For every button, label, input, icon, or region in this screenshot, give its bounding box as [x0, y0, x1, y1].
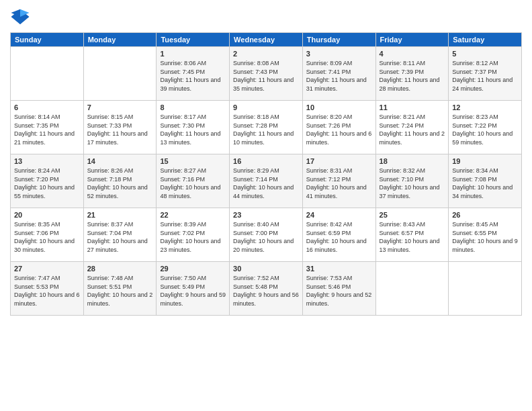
- day-number: 23: [233, 211, 299, 219]
- calendar-cell: 24Sunrise: 8:42 AM Sunset: 6:59 PM Dayli…: [302, 208, 375, 262]
- day-number: 29: [160, 265, 226, 273]
- day-number: 16: [233, 157, 299, 165]
- weekday-header: Friday: [375, 33, 449, 47]
- day-number: 1: [160, 50, 226, 58]
- day-info: Sunrise: 8:11 AM Sunset: 7:39 PM Dayligh…: [380, 59, 445, 93]
- day-number: 12: [452, 103, 518, 111]
- calendar-cell: [375, 262, 449, 316]
- calendar-cell: 30Sunrise: 7:52 AM Sunset: 5:48 PM Dayli…: [230, 262, 303, 316]
- calendar-cell: 18Sunrise: 8:32 AM Sunset: 7:10 PM Dayli…: [375, 154, 449, 208]
- calendar-cell: [11, 47, 84, 101]
- calendar-cell: 21Sunrise: 8:37 AM Sunset: 7:04 PM Dayli…: [83, 208, 157, 262]
- calendar-cell: 31Sunrise: 7:53 AM Sunset: 5:46 PM Dayli…: [302, 262, 375, 316]
- calendar-cell: 16Sunrise: 8:29 AM Sunset: 7:14 PM Dayli…: [230, 154, 303, 208]
- week-row: 20Sunrise: 8:35 AM Sunset: 7:06 PM Dayli…: [11, 208, 522, 262]
- day-info: Sunrise: 8:40 AM Sunset: 7:00 PM Dayligh…: [233, 220, 299, 254]
- day-number: 3: [306, 50, 372, 58]
- day-number: 27: [14, 265, 80, 273]
- day-number: 17: [306, 157, 372, 165]
- day-info: Sunrise: 8:15 AM Sunset: 7:33 PM Dayligh…: [87, 113, 153, 146]
- calendar-cell: 7Sunrise: 8:15 AM Sunset: 7:33 PM Daylig…: [83, 101, 157, 154]
- calendar-cell: 17Sunrise: 8:31 AM Sunset: 7:12 PM Dayli…: [302, 154, 375, 208]
- calendar-cell: [83, 47, 157, 101]
- day-number: 13: [14, 157, 80, 165]
- day-number: 15: [160, 157, 226, 165]
- day-info: Sunrise: 8:39 AM Sunset: 7:02 PM Dayligh…: [160, 220, 226, 254]
- day-info: Sunrise: 7:47 AM Sunset: 5:53 PM Dayligh…: [14, 274, 80, 308]
- day-number: 20: [14, 211, 80, 219]
- day-number: 26: [452, 211, 518, 219]
- day-info: Sunrise: 8:43 AM Sunset: 6:57 PM Dayligh…: [380, 220, 445, 254]
- day-info: Sunrise: 8:45 AM Sunset: 6:55 PM Dayligh…: [452, 220, 518, 254]
- calendar-cell: [449, 262, 522, 316]
- day-number: 11: [380, 103, 445, 111]
- day-info: Sunrise: 8:21 AM Sunset: 7:24 PM Dayligh…: [380, 113, 445, 146]
- weekday-header: Saturday: [449, 33, 522, 47]
- day-number: 9: [233, 103, 299, 111]
- day-number: 5: [452, 50, 518, 58]
- calendar-cell: 12Sunrise: 8:23 AM Sunset: 7:22 PM Dayli…: [449, 101, 522, 154]
- calendar-cell: 8Sunrise: 8:17 AM Sunset: 7:30 PM Daylig…: [157, 101, 230, 154]
- calendar-cell: 14Sunrise: 8:26 AM Sunset: 7:18 PM Dayli…: [83, 154, 157, 208]
- day-info: Sunrise: 8:37 AM Sunset: 7:04 PM Dayligh…: [87, 220, 153, 254]
- page: SundayMondayTuesdayWednesdayThursdayFrid…: [0, 0, 532, 411]
- day-info: Sunrise: 7:53 AM Sunset: 5:46 PM Dayligh…: [306, 274, 372, 308]
- weekday-header-row: SundayMondayTuesdayWednesdayThursdayFrid…: [11, 33, 522, 47]
- day-info: Sunrise: 7:48 AM Sunset: 5:51 PM Dayligh…: [87, 274, 153, 308]
- day-info: Sunrise: 8:18 AM Sunset: 7:28 PM Dayligh…: [233, 113, 299, 146]
- calendar-cell: 1Sunrise: 8:06 AM Sunset: 7:45 PM Daylig…: [157, 47, 230, 101]
- calendar-cell: 19Sunrise: 8:34 AM Sunset: 7:08 PM Dayli…: [449, 154, 522, 208]
- weekday-header: Monday: [83, 33, 157, 47]
- day-number: 24: [306, 211, 372, 219]
- calendar-cell: 27Sunrise: 7:47 AM Sunset: 5:53 PM Dayli…: [11, 262, 84, 316]
- day-info: Sunrise: 8:26 AM Sunset: 7:18 PM Dayligh…: [87, 167, 153, 200]
- day-info: Sunrise: 8:42 AM Sunset: 6:59 PM Dayligh…: [306, 220, 372, 254]
- day-info: Sunrise: 8:12 AM Sunset: 7:37 PM Dayligh…: [452, 59, 518, 93]
- day-number: 8: [160, 103, 226, 111]
- calendar-cell: 26Sunrise: 8:45 AM Sunset: 6:55 PM Dayli…: [449, 208, 522, 262]
- day-info: Sunrise: 7:52 AM Sunset: 5:48 PM Dayligh…: [233, 274, 299, 308]
- day-number: 18: [380, 157, 445, 165]
- calendar-cell: 20Sunrise: 8:35 AM Sunset: 7:06 PM Dayli…: [11, 208, 84, 262]
- logo: [10, 7, 33, 27]
- calendar-cell: 13Sunrise: 8:24 AM Sunset: 7:20 PM Dayli…: [11, 154, 84, 208]
- calendar: SundayMondayTuesdayWednesdayThursdayFrid…: [10, 32, 522, 316]
- weekday-header: Thursday: [302, 33, 375, 47]
- day-info: Sunrise: 8:31 AM Sunset: 7:12 PM Dayligh…: [306, 167, 372, 200]
- calendar-cell: 5Sunrise: 8:12 AM Sunset: 7:37 PM Daylig…: [449, 47, 522, 101]
- day-info: Sunrise: 8:34 AM Sunset: 7:08 PM Dayligh…: [452, 167, 518, 200]
- logo-icon: [10, 7, 30, 27]
- weekday-header: Tuesday: [157, 33, 230, 47]
- day-number: 28: [87, 265, 153, 273]
- weekday-header: Sunday: [11, 33, 84, 47]
- day-number: 2: [233, 50, 299, 58]
- day-info: Sunrise: 8:20 AM Sunset: 7:26 PM Dayligh…: [306, 113, 372, 146]
- week-row: 13Sunrise: 8:24 AM Sunset: 7:20 PM Dayli…: [11, 154, 522, 208]
- day-info: Sunrise: 8:24 AM Sunset: 7:20 PM Dayligh…: [14, 167, 80, 200]
- day-number: 31: [306, 265, 372, 273]
- day-number: 6: [14, 103, 80, 111]
- header: [10, 7, 522, 27]
- calendar-cell: 11Sunrise: 8:21 AM Sunset: 7:24 PM Dayli…: [375, 101, 449, 154]
- day-info: Sunrise: 8:06 AM Sunset: 7:45 PM Dayligh…: [160, 59, 226, 93]
- day-number: 21: [87, 211, 153, 219]
- calendar-cell: 25Sunrise: 8:43 AM Sunset: 6:57 PM Dayli…: [375, 208, 449, 262]
- day-number: 14: [87, 157, 153, 165]
- day-number: 4: [380, 50, 445, 58]
- day-info: Sunrise: 8:14 AM Sunset: 7:35 PM Dayligh…: [14, 113, 80, 146]
- weekday-header: Wednesday: [230, 33, 303, 47]
- calendar-cell: 9Sunrise: 8:18 AM Sunset: 7:28 PM Daylig…: [230, 101, 303, 154]
- calendar-cell: 22Sunrise: 8:39 AM Sunset: 7:02 PM Dayli…: [157, 208, 230, 262]
- day-info: Sunrise: 8:29 AM Sunset: 7:14 PM Dayligh…: [233, 167, 299, 200]
- week-row: 6Sunrise: 8:14 AM Sunset: 7:35 PM Daylig…: [11, 101, 522, 154]
- day-number: 7: [87, 103, 153, 111]
- day-info: Sunrise: 7:50 AM Sunset: 5:49 PM Dayligh…: [160, 274, 226, 308]
- day-info: Sunrise: 8:32 AM Sunset: 7:10 PM Dayligh…: [380, 167, 445, 200]
- day-info: Sunrise: 8:09 AM Sunset: 7:41 PM Dayligh…: [306, 59, 372, 93]
- calendar-cell: 15Sunrise: 8:27 AM Sunset: 7:16 PM Dayli…: [157, 154, 230, 208]
- calendar-cell: 6Sunrise: 8:14 AM Sunset: 7:35 PM Daylig…: [11, 101, 84, 154]
- calendar-cell: 2Sunrise: 8:08 AM Sunset: 7:43 PM Daylig…: [230, 47, 303, 101]
- day-info: Sunrise: 8:08 AM Sunset: 7:43 PM Dayligh…: [233, 59, 299, 93]
- day-info: Sunrise: 8:23 AM Sunset: 7:22 PM Dayligh…: [452, 113, 518, 146]
- day-info: Sunrise: 8:35 AM Sunset: 7:06 PM Dayligh…: [14, 220, 80, 254]
